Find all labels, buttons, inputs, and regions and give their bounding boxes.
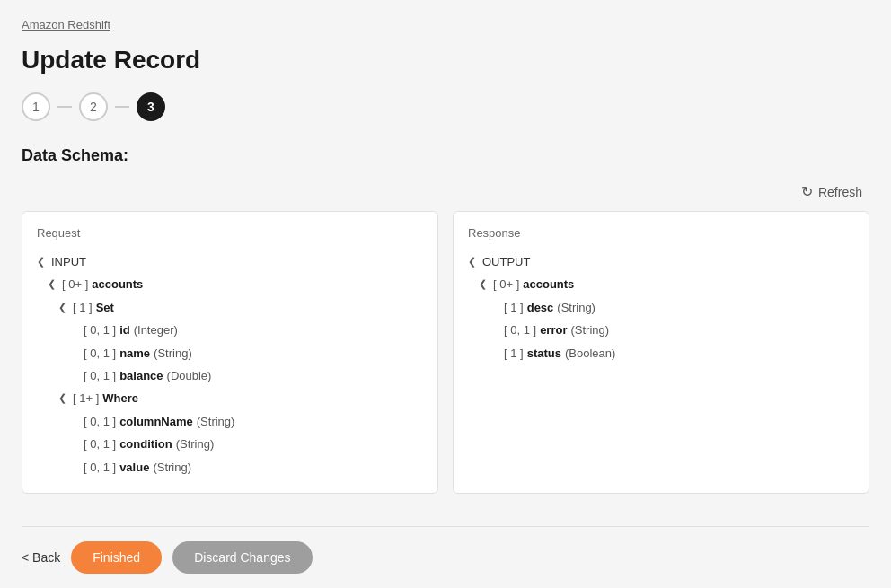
chevron-accounts[interactable]: ❮ (48, 276, 58, 294)
tree-node-error: [ 0, 1 ] error (String) (490, 319, 854, 341)
step-connector-2 (115, 106, 129, 108)
tree-node-accounts: ❮ [ 0+ ] accounts (48, 273, 423, 295)
refresh-row: ↻ Refresh (22, 180, 869, 204)
response-tree: ❮ OUTPUT ❮ [ 0+ ] accounts [ 1 ] desc (S… (468, 250, 854, 364)
step-1[interactable]: 1 (22, 92, 50, 121)
tree-node-resp-accounts: ❮ [ 0+ ] accounts (479, 273, 854, 295)
tree-node-desc: [ 1 ] desc (String) (490, 296, 854, 319)
page-container: Amazon Redshift Update Record 1 2 3 Data… (0, 0, 891, 588)
response-panel-label: Response (468, 226, 854, 240)
section-title: Data Schema: (22, 146, 869, 165)
tree-node-id: [ 0, 1 ] id (Integer) (69, 319, 423, 341)
footer: < Back Finished Discard Changes (22, 526, 869, 588)
chevron-where[interactable]: ❮ (58, 390, 69, 408)
tree-node-condition: [ 0, 1 ] condition (String) (69, 433, 423, 455)
chevron-output[interactable]: ❮ (468, 253, 479, 271)
request-panel-label: Request (37, 226, 423, 240)
tree-label-output: OUTPUT (482, 251, 530, 272)
tree-node-where: ❮ [ 1+ ] Where (58, 387, 423, 409)
step-2[interactable]: 2 (79, 92, 108, 121)
tree-node-status: [ 1 ] status (Boolean) (490, 342, 854, 364)
request-panel: Request ❮ INPUT ❮ [ 0+ ] accounts ❮ [ 1 … (22, 211, 438, 494)
chevron-input[interactable]: ❮ (37, 253, 48, 271)
step-connector-1 (57, 106, 72, 108)
refresh-button[interactable]: ↻ Refresh (794, 180, 869, 204)
back-button[interactable]: < Back (22, 550, 60, 565)
schema-panels: Request ❮ INPUT ❮ [ 0+ ] accounts ❮ [ 1 … (22, 211, 869, 494)
chevron-resp-accounts[interactable]: ❮ (479, 276, 490, 294)
response-panel: Response ❮ OUTPUT ❮ [ 0+ ] accounts [ 1 … (453, 211, 869, 494)
tree-node-value: [ 0, 1 ] value (String) (69, 456, 423, 478)
tree-label-input: INPUT (51, 251, 86, 272)
finished-button[interactable]: Finished (71, 541, 162, 574)
page-title: Update Record (22, 46, 869, 75)
discard-button[interactable]: Discard Changes (172, 541, 312, 574)
chevron-set[interactable]: ❮ (58, 299, 69, 317)
step-3[interactable]: 3 (137, 92, 165, 121)
tree-node-balance: [ 0, 1 ] balance (Double) (69, 364, 423, 387)
tree-node-columnname: [ 0, 1 ] columnName (String) (69, 410, 423, 433)
tree-node-input: ❮ INPUT (37, 250, 423, 273)
tree-node-output: ❮ OUTPUT (468, 250, 854, 273)
stepper: 1 2 3 (22, 92, 869, 121)
refresh-icon: ↻ (801, 183, 813, 200)
breadcrumb[interactable]: Amazon Redshift (22, 18, 869, 31)
tree-node-name: [ 0, 1 ] name (String) (69, 342, 423, 364)
request-tree: ❮ INPUT ❮ [ 0+ ] accounts ❮ [ 1 ] Set [ … (37, 250, 423, 478)
tree-node-set: ❮ [ 1 ] Set (58, 296, 423, 319)
